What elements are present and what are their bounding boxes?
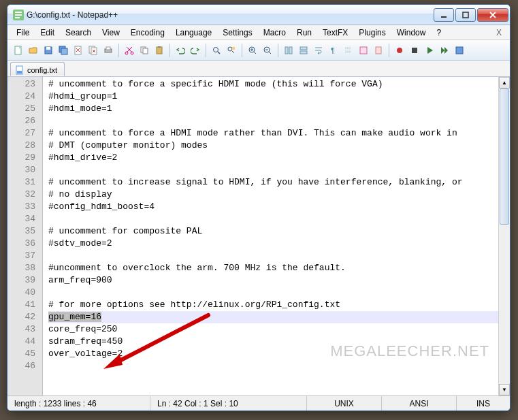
code-line[interactable] <box>48 250 498 262</box>
code-line[interactable]: # DMT (computer monitor) modes <box>48 140 498 152</box>
tab-label: config.txt <box>27 66 57 74</box>
doc-map-button[interactable] <box>372 44 385 57</box>
scroll-thumb[interactable] <box>500 88 509 225</box>
status-eol: UNIX <box>307 396 382 410</box>
maximize-button[interactable] <box>455 8 476 22</box>
record-button[interactable] <box>393 44 406 57</box>
code-line[interactable]: # no display <box>48 189 498 201</box>
svg-rect-35 <box>412 48 417 53</box>
wrap-button[interactable] <box>312 44 325 57</box>
vertical-scrollbar[interactable]: ▲ ▼ <box>498 77 510 395</box>
svg-rect-19 <box>143 48 148 54</box>
zoom-in-button[interactable] <box>246 44 259 57</box>
menu-encoding[interactable]: Encoding <box>126 27 169 39</box>
code-line[interactable] <box>48 213 498 225</box>
menu-textfx[interactable]: TextFX <box>318 27 353 39</box>
undo-button[interactable] <box>174 44 187 57</box>
sync-h-button[interactable] <box>297 44 310 57</box>
svg-point-34 <box>397 48 402 53</box>
svg-rect-28 <box>289 47 292 54</box>
menu-settings[interactable]: Settings <box>218 27 257 39</box>
code-line[interactable]: #hdmi_group=1 <box>48 91 498 103</box>
save-all-button[interactable] <box>56 44 70 57</box>
code-line[interactable]: # uncomment for composite PAL <box>48 225 498 238</box>
tab-config[interactable]: config.txt <box>10 62 65 76</box>
code-line[interactable]: #hdmi_mode=1 <box>48 103 498 115</box>
menu-run[interactable]: Run <box>292 27 317 39</box>
menu-view[interactable]: View <box>97 27 125 39</box>
copy-button[interactable] <box>137 44 151 57</box>
user-lang-button[interactable] <box>357 44 370 57</box>
svg-rect-21 <box>158 46 161 48</box>
window-title: G:\config.txt - Notepad++ <box>27 10 432 20</box>
zoom-out-button[interactable] <box>261 44 274 57</box>
menu-bar: File Edit Search View Encoding Language … <box>7 25 510 40</box>
show-chars-button[interactable]: ¶ <box>327 44 340 57</box>
stop-button[interactable] <box>408 44 421 57</box>
menu-plugins[interactable]: Plugins <box>354 27 390 39</box>
menu-file[interactable]: File <box>12 27 34 39</box>
title-bar[interactable]: G:\config.txt - Notepad++ <box>7 5 510 25</box>
code-line[interactable] <box>48 164 498 176</box>
open-file-button[interactable] <box>27 44 40 57</box>
scroll-track[interactable] <box>499 88 510 384</box>
indent-guide-button[interactable] <box>342 44 355 57</box>
play-button[interactable] <box>423 44 436 57</box>
close-file-button[interactable] <box>71 44 85 57</box>
code-line[interactable]: # uncomment to force a HDMI mode rather … <box>48 127 498 140</box>
code-line[interactable]: sdram_freq=450 <box>48 336 498 348</box>
code-line[interactable]: gpu_mem=16 <box>48 311 498 323</box>
sync-v-button[interactable] <box>282 44 295 57</box>
menu-search[interactable]: Search <box>61 27 96 39</box>
paste-button[interactable] <box>152 44 166 57</box>
menu-help[interactable]: ? <box>432 27 446 39</box>
svg-rect-15 <box>106 47 110 50</box>
code-line[interactable]: # for more options see http://elinux.org… <box>48 299 498 311</box>
code-line[interactable]: #sdtv_mode=2 <box>48 238 498 250</box>
code-line[interactable] <box>48 360 498 372</box>
svg-rect-24 <box>232 47 235 50</box>
code-line[interactable]: over_voltage=2 <box>48 348 498 360</box>
find-button[interactable] <box>210 44 223 57</box>
svg-rect-27 <box>285 47 288 54</box>
svg-text:¶: ¶ <box>331 46 335 54</box>
code-content[interactable]: # uncomment to force a specific HDMI mod… <box>43 77 498 395</box>
print-button[interactable] <box>101 44 115 57</box>
menu-close-x[interactable]: X <box>492 28 506 37</box>
svg-rect-1 <box>15 12 22 13</box>
toolbar-separator <box>206 44 206 57</box>
redo-button[interactable] <box>189 44 202 57</box>
save-macro-button[interactable] <box>453 44 466 57</box>
menu-window[interactable]: Window <box>392 27 431 39</box>
svg-rect-29 <box>300 47 307 50</box>
code-line[interactable]: #config_hdmi_boost=4 <box>48 201 498 213</box>
code-line[interactable]: core_freq=250 <box>48 323 498 336</box>
new-file-button[interactable] <box>12 44 25 57</box>
app-window: G:\config.txt - Notepad++ File Edit Sear… <box>7 4 511 411</box>
replace-button[interactable] <box>225 44 238 57</box>
cut-button[interactable] <box>123 44 136 57</box>
code-line[interactable]: # uncomment to force a specific HDMI mod… <box>48 78 498 91</box>
play-multi-button[interactable] <box>438 44 451 57</box>
code-line[interactable]: #hdmi_drive=2 <box>48 152 498 164</box>
status-encoding: ANSI <box>382 396 457 410</box>
scroll-up-button[interactable]: ▲ <box>499 77 510 88</box>
menu-macro[interactable]: Macro <box>259 27 291 39</box>
code-line[interactable] <box>48 115 498 127</box>
close-button[interactable] <box>477 8 508 22</box>
close-all-button[interactable] <box>86 44 100 57</box>
menu-edit[interactable]: Edit <box>35 27 59 39</box>
scroll-down-button[interactable]: ▼ <box>499 384 510 395</box>
menu-language[interactable]: Language <box>171 27 216 39</box>
svg-rect-30 <box>300 51 307 54</box>
code-line[interactable]: arm_freq=900 <box>48 274 498 287</box>
code-line[interactable]: # uncomment to increase signal to HDMI, … <box>48 176 498 189</box>
minimize-button[interactable] <box>434 8 454 22</box>
code-line[interactable]: #uncomment to overclock the arm. 700 MHz… <box>48 262 498 274</box>
save-button[interactable] <box>42 44 55 57</box>
svg-rect-20 <box>157 47 162 54</box>
line-number-gutter: 2324252627282930313233343536373839404142… <box>7 77 43 395</box>
svg-rect-33 <box>376 47 381 54</box>
code-line[interactable] <box>48 287 498 299</box>
toolbar-separator <box>118 44 119 57</box>
